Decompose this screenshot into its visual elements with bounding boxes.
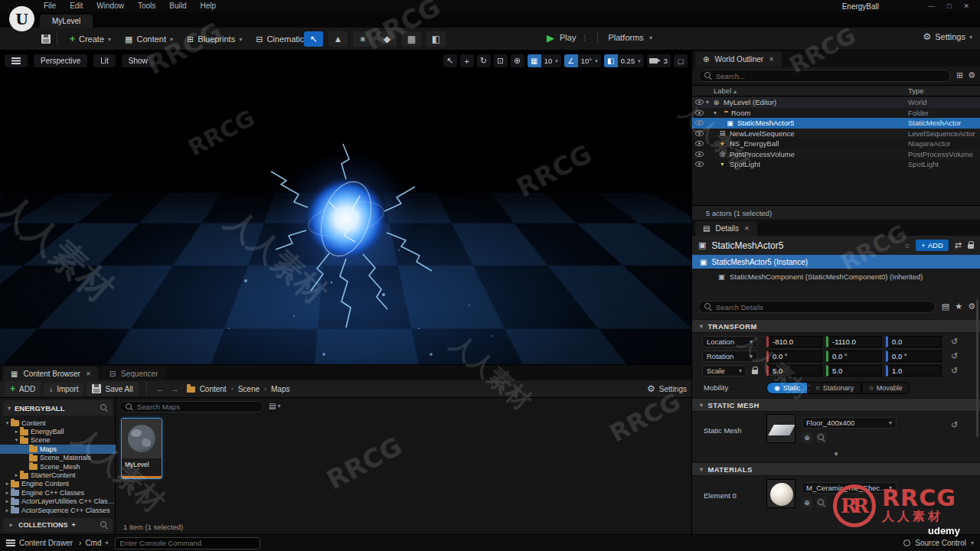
tree-item-engine-content[interactable]: ▸Engine Content <box>0 480 116 488</box>
cb-settings-button[interactable]: ⚙ Settings <box>647 383 687 394</box>
swap-icon[interactable]: ⇄ <box>955 240 962 250</box>
asset-mylevel[interactable]: MyLevel <box>121 418 162 479</box>
tab-details[interactable]: ▤ Details ✕ <box>695 221 757 236</box>
browse-to-asset-icon[interactable] <box>816 432 827 443</box>
component-row[interactable]: ▣ StaticMeshComponent (StaticMeshCompone… <box>692 269 980 284</box>
rotation-dropdown[interactable]: Rotation▾ <box>702 350 757 362</box>
column-label[interactable]: Label ▴ <box>692 86 737 95</box>
outliner-row-postprocessvolume[interactable]: ◎ PostProcessVolume PostProcessVolume <box>692 149 980 160</box>
perspective-button[interactable]: Perspective <box>34 54 87 67</box>
outliner-row-ns-energyball[interactable]: ✦ NS_EnergyBall NiagaraActor <box>692 139 980 149</box>
tree-item-engine-cpp[interactable]: ▸Engine C++ Classes <box>0 488 116 497</box>
landscape-mode-icon[interactable]: ▲ <box>328 31 348 47</box>
play-icon[interactable]: ▶ <box>547 32 554 44</box>
tree-item-maps[interactable]: Maps <box>0 445 116 453</box>
viewport-menu-button[interactable] <box>5 54 28 67</box>
world-space-icon[interactable]: ⊕ <box>511 54 524 67</box>
level-viewport[interactable]: Perspective Lit Show ↖ + ↻ ⊡ ⊕ ▦ 10 ▾ ∠ … <box>0 51 691 364</box>
rotation-z-field[interactable]: 0.0 ° <box>886 350 942 362</box>
forward-icon[interactable]: → <box>169 384 181 393</box>
tree-item-energyball[interactable]: ▸EnergyBall <box>0 427 116 435</box>
filter-button[interactable]: ▤▾ <box>269 402 280 410</box>
scale-lock-icon[interactable] <box>752 370 758 374</box>
outliner-settings-icon[interactable]: ⚙ <box>968 70 975 80</box>
minimize-icon[interactable]: — <box>928 2 935 10</box>
crumb-maps[interactable]: Maps <box>271 385 289 393</box>
show-button[interactable]: Show <box>122 54 155 67</box>
display-filter-icon[interactable]: ▤ <box>942 302 949 311</box>
use-selected-icon[interactable]: ⊕ <box>802 497 812 508</box>
sources-header[interactable]: ▾ ENERGYBALL <box>3 400 113 416</box>
favorites-icon[interactable]: ★ <box>955 302 962 311</box>
reset-staticmesh-icon[interactable]: ↺ <box>951 420 958 430</box>
staticmesh-asset-dropdown[interactable]: Floor_400x400▾ <box>802 417 897 429</box>
source-control-button[interactable]: Source Control ▾ <box>903 539 974 547</box>
search-icon[interactable] <box>100 404 108 412</box>
tree-item-content[interactable]: ▾Content <box>0 419 116 427</box>
maximize-icon[interactable]: □ <box>947 2 951 10</box>
save-all-button[interactable]: Save All <box>87 382 138 396</box>
menu-help[interactable]: Help <box>194 0 224 12</box>
outliner-search[interactable] <box>698 70 951 82</box>
foliage-mode-icon[interactable]: ∗ <box>353 31 372 47</box>
play-label[interactable]: Play <box>560 33 576 42</box>
create-button[interactable]: + Create▾ <box>64 31 117 47</box>
scale-y-field[interactable]: 5.0 <box>826 365 882 377</box>
scale-dropdown[interactable]: Scale▾ <box>702 365 746 377</box>
save-icon[interactable] <box>41 34 51 44</box>
visibility-eye-icon[interactable] <box>695 110 704 116</box>
meshpaint-mode-icon[interactable]: ◆ <box>377 31 397 47</box>
browse-to-asset-icon[interactable] <box>816 497 827 508</box>
menu-file[interactable]: File <box>37 0 63 12</box>
select-mode-icon[interactable]: ↖ <box>304 31 323 47</box>
visibility-eye-icon[interactable] <box>695 131 704 136</box>
tab-sequencer[interactable]: ⊟ Sequencer <box>102 367 166 381</box>
search-icon[interactable] <box>100 521 108 529</box>
menu-tools[interactable]: Tools <box>131 0 162 12</box>
outliner-row-room[interactable]: ▾ Room Folder <box>692 108 980 119</box>
new-folder-icon[interactable]: ⊞ <box>956 70 963 80</box>
rotate-tool-icon[interactable]: ↻ <box>477 54 491 67</box>
details-scrollbar[interactable] <box>976 299 978 437</box>
outliner-row-newlevelsequence[interactable]: ⊟ NewLevelSequence LevelSequenceActor <box>692 129 980 139</box>
visibility-eye-icon[interactable] <box>695 152 704 157</box>
asset-search-input[interactable] <box>137 403 257 411</box>
scale-snap-control[interactable]: ◧ 0.25 ▾ <box>604 54 644 67</box>
platforms-button[interactable]: Platforms <box>608 33 643 42</box>
materials-section-header[interactable]: ▾MATERIALS <box>692 462 980 476</box>
location-y-field[interactable]: -1110.0 <box>826 336 882 347</box>
tree-item-scene-materials[interactable]: Scene_Materials <box>0 454 116 462</box>
lock-icon[interactable] <box>968 244 974 249</box>
menu-edit[interactable]: Edit <box>63 0 90 12</box>
select-tool-icon[interactable]: ↖ <box>443 54 457 67</box>
outliner-row-staticmeshactor5[interactable]: ▣ StaticMeshActor5 StaticMeshActor <box>692 118 980 129</box>
menu-window[interactable]: Window <box>90 0 131 12</box>
crumb-content[interactable]: Content <box>200 385 227 393</box>
add-collection-icon[interactable]: + <box>72 521 76 529</box>
scale-tool-icon[interactable]: ⊡ <box>494 54 508 67</box>
advanced-expander[interactable]: ▾ <box>692 450 980 458</box>
content-button[interactable]: ▦ Content▾ <box>119 31 179 47</box>
visibility-eye-icon[interactable] <box>695 99 704 105</box>
tree-item-actorlayerutilities[interactable]: ▸ActorLayerUtilities C++ Classes <box>0 497 116 506</box>
cmd-selector[interactable]: › Cmd ▾ <box>79 539 108 547</box>
lit-button[interactable]: Lit <box>93 54 116 67</box>
add-asset-button[interactable]: +ADD <box>5 381 41 396</box>
tree-item-startercontent[interactable]: ▸StarterContent <box>0 471 116 479</box>
unreal-logo[interactable]: U <box>9 6 34 31</box>
tree-item-scene[interactable]: ▾Scene <box>0 436 116 445</box>
tab-content-browser[interactable]: ▦ Content Browser ✕ <box>3 367 99 381</box>
rotation-snap-control[interactable]: ∠ 10° ▾ <box>564 54 601 67</box>
instance-row[interactable]: ▣ StaticMeshActor5 (Instance) <box>692 255 980 269</box>
location-z-field[interactable]: 0.0 <box>886 336 942 347</box>
play-options-icon[interactable]: ⋮ <box>581 34 587 41</box>
details-search-input[interactable] <box>716 303 929 311</box>
close-icon[interactable]: ✕ <box>86 370 91 377</box>
rotation-y-field[interactable]: 0.0 ° <box>826 350 882 362</box>
grid-snap-control[interactable]: ▦ 10 ▾ <box>528 54 561 67</box>
visibility-eye-icon[interactable] <box>695 120 704 126</box>
tree-item-actorsequence[interactable]: ▸ActorSequence C++ Classes <box>0 506 116 514</box>
staticmesh-section-header[interactable]: ▾STATIC MESH <box>692 398 980 412</box>
close-icon[interactable]: ✕ <box>769 56 774 63</box>
open-asset-icon[interactable]: ○ <box>905 241 910 250</box>
